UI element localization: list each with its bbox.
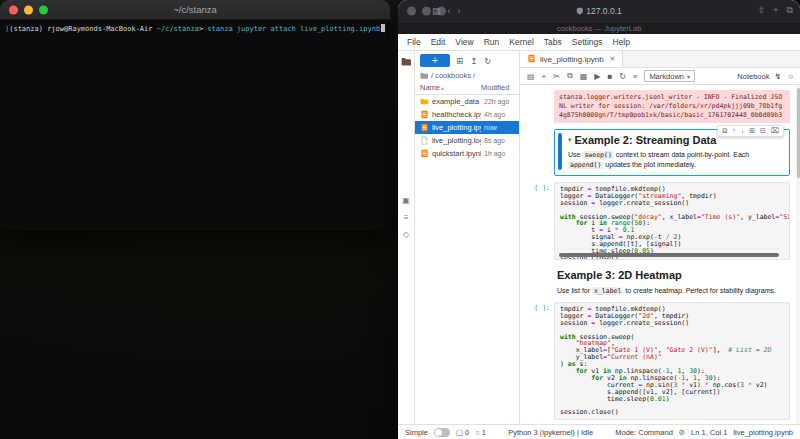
breadcrumb-path[interactable]: / cookbooks /	[431, 71, 475, 80]
terminal-window[interactable]: ~/c/stanza )(stanza) rjow@Raymonds-MacBo…	[0, 0, 390, 230]
terminals-indicator[interactable]: ▢0	[456, 428, 469, 437]
browser-tab-strip[interactable]: cookbooks — JupyterLab	[398, 21, 800, 34]
selected-markdown-cell[interactable]: ▾ Example 2: Streaming Data Use sweep() …	[554, 129, 790, 176]
zoom-button[interactable]	[39, 5, 48, 14]
close-tab-icon[interactable]: ✕	[610, 55, 616, 63]
command-mode-indicator[interactable]: Mode: Command	[615, 428, 673, 437]
md-heading-text: Example 2: Streaming Data	[575, 134, 717, 146]
menu-view[interactable]: View	[450, 37, 478, 47]
cut-cell-icon[interactable]: ✂	[553, 72, 560, 81]
code-cell-2[interactable]: [ ]: tmpdir = tempfile.mkdtemp()logger =…	[520, 302, 790, 420]
table-of-contents-tab-icon[interactable]: ≡	[404, 213, 409, 222]
scrollbar-thumb[interactable]	[797, 88, 800, 178]
delete-cell-icon[interactable]: ⌧	[771, 127, 779, 135]
sidebar-icon[interactable]: ▤	[432, 6, 441, 16]
close-button[interactable]	[407, 6, 416, 15]
menu-edit[interactable]: Edit	[426, 37, 451, 47]
copy-cell-icon[interactable]: ⧉	[567, 71, 573, 81]
address-bar[interactable]: 127.0.0.1	[576, 6, 621, 16]
restart-run-all-icon[interactable]: »	[633, 72, 637, 81]
cell-toolbar: ⧉↑↓⊞⊟⌧	[717, 125, 784, 137]
browser-tab-title[interactable]: cookbooks — JupyterLab	[557, 24, 642, 33]
upload-icon[interactable]: ↥	[470, 56, 477, 66]
refresh-icon[interactable]: ↻	[484, 56, 491, 66]
file-row-live_plotting.log[interactable]: live_plotting.log8s ago	[415, 134, 519, 147]
notebook-icon	[420, 149, 429, 158]
md-paragraph: Use sweep() context to stream data point…	[568, 150, 783, 170]
markdown-cell-example2[interactable]: ▾ Example 2: Streaming Data Use sweep() …	[520, 129, 790, 176]
command-text: stanza jupyter attach live_plotting.ipyn…	[207, 25, 380, 33]
insert-cell-icon[interactable]: +	[542, 72, 547, 81]
save-icon[interactable]: ▤	[527, 72, 535, 81]
interrupt-kernel-icon[interactable]: ■	[607, 72, 612, 81]
file-browser-tab-icon[interactable]	[401, 57, 411, 68]
cursor-position[interactable]: Ln 1, Col 1	[691, 428, 727, 437]
horizontal-scrollbar[interactable]	[559, 253, 779, 257]
file-name: example_data	[432, 97, 481, 106]
notebook-tab[interactable]: live_plotting.ipynb ✕	[520, 51, 623, 67]
notebook-icon	[420, 123, 429, 132]
paste-cell-icon[interactable]: ▦	[580, 72, 588, 81]
menu-kernel[interactable]: Kernel	[504, 37, 539, 47]
notebook-icon	[420, 110, 429, 119]
heading-collapser-icon[interactable]: ▾	[568, 136, 572, 144]
code-editor-1[interactable]: tmpdir = tempfile.mkdtemp()logger = Data…	[554, 182, 790, 260]
minimize-button[interactable]	[422, 6, 431, 15]
kernels-indicator[interactable]: ○1	[475, 428, 486, 437]
code-editor-2[interactable]: tmpdir = tempfile.mkdtemp()logger = Data…	[554, 302, 790, 420]
menu-settings[interactable]: Settings	[567, 37, 608, 47]
tab-overview-icon[interactable]: ⧉	[787, 5, 793, 16]
insert-cell-above-icon[interactable]: ⊞	[749, 127, 755, 135]
code-cell-1[interactable]: [ ]: tmpdir = tempfile.mkdtemp()logger =…	[520, 182, 790, 260]
accelerator-icon[interactable]: ↯	[774, 72, 781, 81]
vertical-scrollbar[interactable]	[796, 85, 800, 424]
cell-collapser[interactable]	[558, 133, 562, 170]
output-cell: stanza.logger.writers.jsonl_writer - INF…	[520, 90, 790, 123]
browser-titlebar[interactable]: ▤ ‹ › 127.0.0.1 ⇧ + ⧉	[398, 0, 800, 21]
cell-type-dropdown[interactable]: Markdown ▾	[644, 70, 695, 82]
kernel-display-name[interactable]: Notebook	[737, 72, 769, 81]
menu-run[interactable]: Run	[479, 37, 505, 47]
menu-help[interactable]: Help	[608, 37, 635, 47]
notebook-content[interactable]: stanza.logger.writers.jsonl_writer - INF…	[520, 85, 800, 424]
new-folder-icon[interactable]: ⊞	[456, 56, 463, 66]
terminal-titlebar[interactable]: ~/c/stanza	[0, 0, 390, 20]
code-lines: tmpdir = tempfile.mkdtemp()logger = Data…	[560, 186, 784, 260]
restart-kernel-icon[interactable]: ↻	[619, 72, 626, 81]
back-icon[interactable]: ‹	[448, 6, 451, 16]
extension-manager-tab-icon[interactable]: ◇	[403, 230, 409, 239]
running-sessions-tab-icon[interactable]: ▣	[402, 196, 410, 205]
browser-window[interactable]: ▤ ‹ › 127.0.0.1 ⇧ + ⧉ cookbooks — Jupyte…	[398, 0, 800, 439]
modified-column-header[interactable]: Modified	[481, 83, 514, 92]
simple-mode-toggle[interactable]	[434, 428, 450, 437]
file-row-healthcheck.ipynb[interactable]: healthcheck.ipynb4h ago	[415, 108, 519, 121]
file-row-live_plotting.ipynb[interactable]: live_plotting.ipynbnow	[415, 121, 519, 134]
menu-tabs[interactable]: Tabs	[539, 37, 567, 47]
kernel-status-icon[interactable]: ○	[788, 72, 793, 81]
file-list-header[interactable]: Name▴ Modified	[415, 82, 519, 95]
move-cell-down-icon[interactable]: ↓	[741, 127, 745, 135]
new-tab-icon[interactable]: +	[773, 5, 778, 16]
breadcrumb[interactable]: / cookbooks /	[415, 70, 519, 82]
rendered-markdown[interactable]: Example 3: 2D Heatmap Use list for x_lab…	[554, 266, 790, 296]
file-icon	[420, 136, 429, 145]
terminal-body[interactable]: )(stanza) rjow@Raymonds-MacBook-Air ~/c/…	[0, 20, 390, 229]
new-launcher-button[interactable]: +	[420, 54, 450, 67]
run-cell-icon[interactable]: ▶	[594, 72, 600, 81]
move-cell-up-icon[interactable]: ↑	[732, 127, 736, 135]
close-button[interactable]	[9, 5, 18, 14]
share-icon[interactable]: ⇧	[758, 5, 766, 16]
not-trusted-icon: ⊘	[679, 428, 685, 437]
simple-mode-label: Simple	[405, 428, 428, 437]
file-row-quickstart.ipynb[interactable]: quickstart.ipynb1h ago	[415, 147, 519, 160]
forward-icon[interactable]: ›	[458, 6, 461, 16]
name-column-header[interactable]: Name▴	[420, 83, 481, 92]
menu-file[interactable]: File	[402, 37, 426, 47]
insert-cell-below-icon[interactable]: ⊟	[760, 127, 766, 135]
minimize-button[interactable]	[24, 5, 33, 14]
duplicate-cell-icon[interactable]: ⧉	[722, 127, 727, 135]
terminal-icon: ▢	[456, 428, 463, 437]
markdown-cell-example3[interactable]: Example 3: 2D Heatmap Use list for x_lab…	[520, 266, 790, 296]
file-row-example_data[interactable]: example_data22h ago	[415, 95, 519, 108]
kernel-status[interactable]: Python 3 (ipykernel) | Idle	[508, 428, 593, 437]
